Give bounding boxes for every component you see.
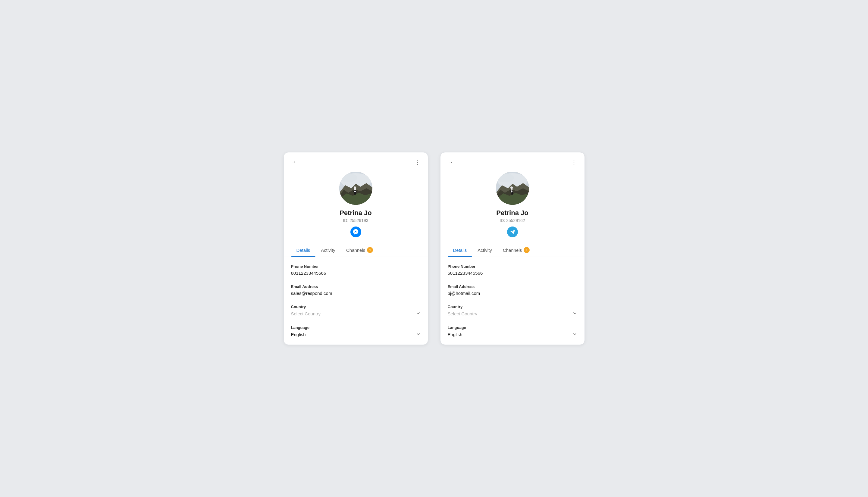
select-value: English (291, 332, 306, 337)
tab-details[interactable]: Details (291, 243, 316, 257)
field-email-address: Email Addresspj@hotmail.com (440, 280, 584, 300)
profile-section: Petrina JoID: 25529162 (440, 169, 584, 243)
country-select[interactable]: Select Country (448, 311, 577, 316)
profile-id: ID: 25529193 (343, 218, 368, 223)
language-select[interactable]: English (291, 332, 421, 337)
field-country[interactable]: CountrySelect Country (440, 300, 584, 321)
card-header: →⋮ (284, 153, 428, 169)
profile-name: Petrina Jo (496, 209, 528, 217)
field-label: Email Address (448, 284, 577, 289)
field-phone-number: Phone Number60112233445566 (440, 260, 584, 280)
messenger-channel-icon[interactable] (351, 227, 361, 237)
tab-label: Details (453, 247, 467, 253)
tabs-bar: DetailsActivityChannels1 (284, 243, 428, 257)
arrow-right-icon[interactable]: → (291, 159, 297, 165)
more-menu-icon[interactable]: ⋮ (414, 158, 421, 166)
details-section: Phone Number60112233445566Email Addresss… (284, 257, 428, 344)
field-label: Language (291, 325, 421, 330)
select-value: English (448, 332, 463, 337)
field-country[interactable]: CountrySelect Country (284, 300, 428, 321)
tab-label: Activity (321, 247, 335, 253)
profile-card-1: →⋮ (284, 152, 428, 345)
tab-label: Channels (346, 247, 365, 253)
field-language[interactable]: LanguageEnglish (440, 321, 584, 342)
chevron-down-icon (572, 332, 577, 337)
svg-rect-12 (355, 192, 356, 195)
field-email-address: Email Addresssales@respond.com (284, 280, 428, 300)
svg-point-8 (354, 186, 356, 189)
svg-point-3 (339, 173, 357, 182)
tab-label: Activity (478, 247, 492, 253)
card-header: →⋮ (440, 153, 584, 169)
chevron-down-icon (416, 332, 421, 337)
field-value: 60112233445566 (448, 270, 577, 275)
avatar (339, 172, 372, 205)
profile-id: ID: 25529162 (499, 218, 525, 223)
svg-rect-11 (354, 192, 355, 195)
tab-label: Details (297, 247, 310, 253)
field-value: pj@hotmail.com (448, 291, 577, 296)
field-label: Country (291, 304, 421, 309)
tab-activity[interactable]: Activity (472, 243, 497, 257)
avatar (496, 172, 529, 205)
field-label: Phone Number (448, 264, 577, 269)
field-language[interactable]: LanguageEnglish (284, 321, 428, 342)
arrow-right-icon[interactable]: → (448, 159, 453, 165)
tab-channels[interactable]: Channels1 (341, 243, 379, 257)
svg-point-21 (510, 186, 513, 189)
chevron-down-icon (572, 311, 577, 316)
field-value: sales@respond.com (291, 291, 421, 296)
details-section: Phone Number60112233445566Email Addressp… (440, 257, 584, 344)
profile-section: Petrina JoID: 25529193 (284, 169, 428, 243)
chevron-down-icon (416, 311, 421, 316)
tab-badge: 1 (524, 247, 530, 253)
profile-name: Petrina Jo (340, 209, 371, 217)
tab-label: Channels (503, 247, 522, 253)
field-label: Email Address (291, 284, 421, 289)
telegram-channel-icon[interactable] (507, 227, 518, 237)
select-value: Select Country (291, 311, 321, 316)
page-container: →⋮ (284, 152, 585, 345)
field-label: Country (448, 304, 577, 309)
profile-card-2: →⋮ (440, 152, 585, 345)
language-select[interactable]: English (448, 332, 577, 337)
field-label: Language (448, 325, 577, 330)
country-select[interactable]: Select Country (291, 311, 421, 316)
svg-point-16 (496, 173, 514, 182)
more-menu-icon[interactable]: ⋮ (571, 158, 577, 166)
field-value: 60112233445566 (291, 270, 421, 275)
svg-rect-25 (512, 192, 513, 195)
tabs-bar: DetailsActivityChannels1 (440, 243, 584, 257)
tab-details[interactable]: Details (448, 243, 472, 257)
tab-activity[interactable]: Activity (315, 243, 341, 257)
tab-badge: 1 (367, 247, 373, 253)
field-label: Phone Number (291, 264, 421, 269)
tab-channels[interactable]: Channels1 (497, 243, 535, 257)
field-phone-number: Phone Number60112233445566 (284, 260, 428, 280)
select-value: Select Country (448, 311, 477, 316)
svg-rect-24 (511, 192, 512, 195)
